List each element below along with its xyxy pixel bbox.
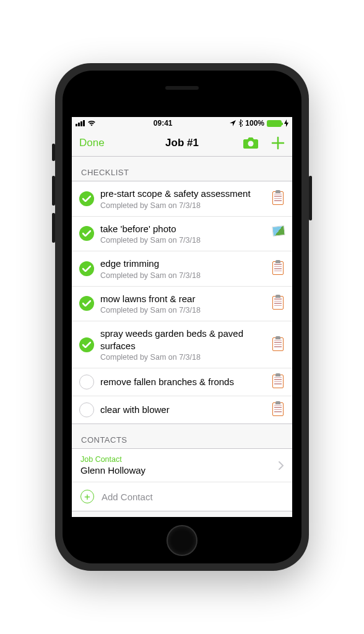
checklist-item[interactable]: remove fallen branches & fronds: [72, 368, 292, 396]
clipboard-icon[interactable]: [272, 296, 285, 311]
camera-icon[interactable]: [243, 137, 259, 149]
photo-thumb-icon[interactable]: [272, 226, 285, 241]
volume-down-button: [52, 213, 55, 243]
checklist-title: take 'before' photo: [100, 223, 266, 235]
power-button: [309, 176, 312, 220]
checklist-item[interactable]: edge trimmingCompleted by Sam on 7/3/18: [72, 251, 292, 287]
checklist-title: mow lawns front & rear: [100, 293, 266, 305]
add-contact-label: Add Contact: [102, 492, 153, 502]
contact-label: Job Contact: [80, 455, 284, 464]
checklist-text: pre-start scope & safety assessmentCompl…: [100, 188, 266, 210]
checklist-title: remove fallen branches & fronds: [100, 376, 266, 388]
checklist-item[interactable]: clear with blower: [72, 396, 292, 423]
svg-point-0: [248, 141, 254, 146]
check-done-icon[interactable]: [79, 226, 94, 241]
status-left: [76, 120, 96, 126]
screen: 09:41 100% Done Job #1: [72, 117, 292, 517]
checklist-title: clear with blower: [100, 404, 266, 416]
checklist-item[interactable]: mow lawns front & rearCompleted by Sam o…: [72, 287, 292, 322]
contact-row[interactable]: Job Contact Glenn Holloway: [72, 449, 292, 482]
clipboard-icon[interactable]: [272, 402, 285, 417]
done-button[interactable]: Done: [79, 137, 105, 149]
checklist-text: remove fallen branches & fronds: [100, 376, 266, 388]
checklist-title: pre-start scope & safety assessment: [100, 188, 266, 200]
check-done-icon[interactable]: [79, 191, 94, 206]
mute-switch: [52, 144, 55, 161]
checklist-header: CHECKLIST: [72, 157, 292, 181]
add-contact-button[interactable]: + Add Contact: [72, 482, 292, 511]
contacts-list: Job Contact Glenn Holloway + Add Contact: [72, 448, 292, 511]
clipboard-icon[interactable]: [272, 191, 285, 206]
checklist-item[interactable]: pre-start scope & safety assessmentCompl…: [72, 181, 292, 217]
chevron-right-icon: [279, 461, 284, 470]
clipboard-icon[interactable]: [272, 261, 285, 276]
nav-bar: Done Job #1: [72, 129, 292, 157]
signal-icon: [76, 120, 85, 126]
speaker-grille: [165, 86, 199, 90]
page-title: Job #1: [165, 137, 199, 149]
checklist-meta: Completed by Sam on 7/3/18: [100, 353, 266, 362]
checklist-meta: Completed by Sam on 7/3/18: [100, 306, 266, 315]
checklist-item[interactable]: take 'before' photoCompleted by Sam on 7…: [72, 217, 292, 252]
battery-percent: 100%: [245, 119, 264, 128]
bluetooth-icon: [238, 119, 243, 127]
checklist-text: spray weeds garden beds & paved surfaces…: [100, 328, 266, 362]
checklist-title: spray weeds garden beds & paved surfaces: [100, 328, 266, 352]
battery-icon: [267, 120, 282, 127]
contact-name: Glenn Holloway: [80, 465, 284, 476]
contacts-header: CONTACTS: [72, 424, 292, 448]
phone-frame: 09:41 100% Done Job #1: [55, 63, 309, 571]
check-empty-icon[interactable]: [79, 402, 94, 417]
checklist-meta: Completed by Sam on 7/3/18: [100, 271, 266, 280]
check-done-icon[interactable]: [79, 337, 94, 352]
wifi-icon: [87, 120, 96, 126]
check-done-icon[interactable]: [79, 261, 94, 276]
check-empty-icon[interactable]: [79, 375, 94, 389]
checklist-text: edge trimmingCompleted by Sam on 7/3/18: [100, 258, 266, 280]
location-icon: [230, 120, 236, 126]
clipboard-icon[interactable]: [272, 337, 285, 352]
volume-up-button: [52, 176, 55, 206]
status-time: 09:41: [154, 119, 173, 128]
charging-icon: [284, 119, 288, 127]
clipboard-icon[interactable]: [272, 375, 285, 389]
checklist: pre-start scope & safety assessmentCompl…: [72, 181, 292, 424]
home-button[interactable]: [167, 525, 197, 556]
checklist-item[interactable]: spray weeds garden beds & paved surfaces…: [72, 321, 292, 368]
phone-bezel: 09:41 100% Done Job #1: [63, 71, 301, 563]
status-right: 100%: [230, 119, 288, 128]
check-done-icon[interactable]: [79, 296, 94, 311]
plus-icon[interactable]: [271, 136, 285, 150]
checklist-meta: Completed by Sam on 7/3/18: [100, 236, 266, 245]
checklist-title: edge trimming: [100, 258, 266, 270]
status-bar: 09:41 100%: [72, 117, 292, 129]
checklist-text: clear with blower: [100, 404, 266, 416]
plus-circle-icon: +: [80, 490, 94, 503]
checklist-text: take 'before' photoCompleted by Sam on 7…: [100, 223, 266, 245]
checklist-text: mow lawns front & rearCompleted by Sam o…: [100, 293, 266, 315]
checklist-meta: Completed by Sam on 7/3/18: [100, 201, 266, 210]
